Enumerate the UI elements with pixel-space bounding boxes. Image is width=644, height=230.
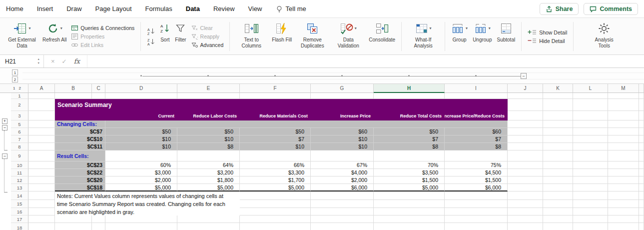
tab-view[interactable]: View xyxy=(248,5,262,12)
cell[interactable] xyxy=(28,93,55,99)
cell[interactable]: $10 xyxy=(105,143,177,150)
cell[interactable] xyxy=(508,176,543,184)
cell[interactable]: $5,000 xyxy=(177,184,240,192)
cell[interactable] xyxy=(573,99,608,111)
cell[interactable]: $10 xyxy=(311,136,374,143)
cell[interactable] xyxy=(573,150,608,162)
data-validation-button[interactable]: ▾ Data Validation xyxy=(330,20,366,54)
tell-me-button[interactable]: Tell me xyxy=(276,5,306,12)
cell[interactable] xyxy=(608,128,639,136)
row-number[interactable]: 3 xyxy=(11,111,28,120)
cell[interactable] xyxy=(639,184,644,192)
cell[interactable] xyxy=(55,223,92,230)
cell[interactable] xyxy=(573,192,608,200)
cell[interactable] xyxy=(543,128,573,136)
cell[interactable] xyxy=(543,208,573,216)
row-number[interactable]: 2 xyxy=(11,99,28,111)
cell[interactable] xyxy=(374,150,445,162)
cell[interactable] xyxy=(508,136,543,143)
cell[interactable] xyxy=(105,150,177,162)
cell[interactable] xyxy=(28,162,55,169)
cell[interactable] xyxy=(28,143,55,150)
name-box[interactable]: H21 ▲ ▼ xyxy=(0,55,44,68)
cell[interactable]: $C$18 xyxy=(55,184,105,192)
cell[interactable] xyxy=(573,162,608,169)
cell[interactable] xyxy=(639,176,644,184)
cell[interactable] xyxy=(28,223,55,230)
cell[interactable] xyxy=(573,216,608,223)
tab-home[interactable]: Home xyxy=(6,5,23,12)
cell[interactable] xyxy=(240,150,311,162)
cell[interactable]: $10 xyxy=(177,136,240,143)
cell[interactable] xyxy=(240,216,311,223)
cell[interactable] xyxy=(508,120,543,128)
cell[interactable] xyxy=(639,136,644,143)
cell[interactable] xyxy=(28,184,55,192)
cell[interactable] xyxy=(573,176,608,184)
advanced-filter-button[interactable]: Advanced xyxy=(191,42,224,48)
row-number[interactable]: 10 xyxy=(11,162,28,169)
cell[interactable] xyxy=(508,184,543,192)
row-number[interactable]: 1 xyxy=(11,93,28,99)
cell[interactable]: 75% xyxy=(445,162,508,169)
cell[interactable] xyxy=(639,99,644,111)
row-number[interactable]: 18 xyxy=(11,223,28,230)
cell[interactable]: $1,500 xyxy=(445,176,508,184)
row-number[interactable]: 9 xyxy=(11,150,28,162)
cell[interactable] xyxy=(177,93,240,99)
column-header-b[interactable]: B xyxy=(55,84,92,93)
name-box-stepper[interactable]: ▲ ▼ xyxy=(37,57,40,66)
cell[interactable] xyxy=(28,99,55,111)
cell[interactable] xyxy=(445,93,508,99)
cell[interactable] xyxy=(28,176,55,184)
cell[interactable]: $7 xyxy=(374,136,445,143)
cell[interactable]: $1,500 xyxy=(374,176,445,184)
row-number[interactable]: 15 xyxy=(11,200,28,208)
cell[interactable]: Increase Price xyxy=(311,111,374,120)
what-if-analysis-button[interactable]: ▾ What-If Analysis xyxy=(405,20,441,54)
cell[interactable] xyxy=(508,169,543,176)
tab-formulas[interactable]: Formulas xyxy=(145,5,172,12)
cell[interactable]: $10 xyxy=(105,136,177,143)
cell[interactable] xyxy=(55,93,92,99)
cell[interactable] xyxy=(311,208,374,216)
cell[interactable] xyxy=(177,150,240,162)
cell[interactable] xyxy=(639,93,644,99)
cell[interactable] xyxy=(92,216,105,223)
cell[interactable] xyxy=(374,223,445,230)
cell[interactable] xyxy=(573,120,608,128)
filter-button[interactable]: Filter xyxy=(172,20,188,54)
cell[interactable] xyxy=(177,216,240,223)
cell[interactable]: $8 xyxy=(177,143,240,150)
cell[interactable] xyxy=(445,208,508,216)
cell[interactable] xyxy=(608,120,639,128)
cell[interactable] xyxy=(105,223,177,230)
cell[interactable]: $1,800 xyxy=(177,176,240,184)
cell[interactable] xyxy=(543,93,573,99)
cell[interactable] xyxy=(639,223,644,230)
tab-data[interactable]: Data xyxy=(186,5,200,12)
ungroup-button[interactable]: ▾ Ungroup xyxy=(470,20,494,54)
cell[interactable] xyxy=(608,136,639,143)
cell[interactable] xyxy=(92,223,105,230)
cell[interactable] xyxy=(543,200,573,208)
row-number[interactable]: 17 xyxy=(11,216,28,223)
column-header-k[interactable]: K xyxy=(543,84,573,93)
text-to-columns-button[interactable]: Text to Columns xyxy=(233,20,269,54)
tab-insert[interactable]: Insert xyxy=(37,5,53,12)
row-outline-level-button[interactable]: 1 xyxy=(13,86,15,90)
cell[interactable] xyxy=(543,143,573,150)
tab-review[interactable]: Review xyxy=(213,5,235,12)
cell[interactable] xyxy=(445,192,508,200)
cell[interactable] xyxy=(508,216,543,223)
cell[interactable] xyxy=(445,150,508,162)
get-external-data-button[interactable]: ▾ Get External Data xyxy=(4,20,40,54)
cell[interactable] xyxy=(374,192,445,200)
cell[interactable] xyxy=(105,120,508,128)
cell[interactable] xyxy=(311,223,374,230)
row-outline-level-button[interactable]: 2 xyxy=(18,86,20,90)
cell[interactable] xyxy=(543,216,573,223)
cell[interactable]: Reduce Total Costs xyxy=(374,111,445,120)
cell[interactable]: scenario are highlighted in gray. xyxy=(55,208,240,216)
cell[interactable] xyxy=(573,223,608,230)
